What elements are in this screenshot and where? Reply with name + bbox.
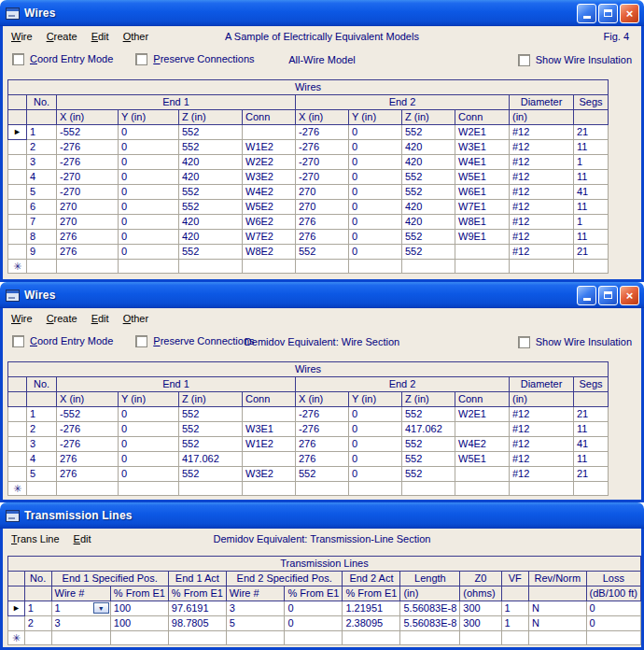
table-cell[interactable]: 11	[574, 230, 609, 245]
table-cell[interactable]: 4	[27, 170, 57, 185]
table-cell[interactable]	[402, 482, 455, 496]
table-cell[interactable]: N	[529, 616, 587, 631]
table-cell[interactable]: #12	[510, 407, 574, 422]
table-cell[interactable]: 2	[27, 422, 57, 437]
table-cell[interactable]: 0	[349, 467, 402, 482]
table-cell[interactable]: 0	[349, 215, 402, 230]
row-selector[interactable]	[8, 140, 27, 155]
table-cell[interactable]: -276	[57, 422, 119, 437]
close-button[interactable]: ×	[620, 286, 639, 305]
table-cell[interactable]: 0	[349, 230, 402, 245]
row-selector[interactable]	[8, 230, 27, 245]
table-cell[interactable]: 11	[574, 170, 609, 185]
table-cell[interactable]: 420	[179, 230, 243, 245]
menu-trans-line[interactable]: Trans Line	[11, 533, 60, 544]
table-cell[interactable]: 1▼	[51, 601, 110, 616]
table-cell[interactable]: 0	[349, 407, 402, 422]
table-cell[interactable]: 417.062	[402, 422, 455, 437]
table-cell[interactable]: W5E1	[455, 170, 510, 185]
current-row-selector[interactable]: ►	[8, 601, 25, 616]
row-selector[interactable]	[8, 452, 27, 467]
table-cell[interactable]: W4E1	[455, 155, 510, 170]
menu-other[interactable]: Other	[123, 31, 149, 42]
table-cell[interactable]: #12	[510, 215, 574, 230]
table-cell[interactable]	[574, 260, 609, 274]
table-cell[interactable]: 100	[110, 616, 168, 631]
table-cell[interactable]: 21	[574, 125, 609, 140]
table-cell[interactable]: 0	[119, 437, 179, 452]
table-cell[interactable]: 552	[179, 407, 243, 422]
table-cell[interactable]: 0	[349, 245, 402, 260]
table-cell[interactable]: 11	[574, 422, 609, 437]
checkbox-icon[interactable]	[135, 53, 147, 65]
table-cell[interactable]: 276	[296, 437, 349, 452]
menu-edit[interactable]: Edit	[74, 533, 91, 544]
table-cell[interactable]: 0	[119, 452, 179, 467]
table-cell[interactable]	[510, 482, 574, 496]
table-cell[interactable]: 0	[586, 601, 640, 616]
table-cell[interactable]: 276	[296, 452, 349, 467]
table-cell[interactable]: W5E2	[243, 200, 296, 215]
table-cell[interactable]	[455, 467, 510, 482]
row-selector[interactable]	[8, 437, 27, 452]
table-cell[interactable]: W3E2	[243, 170, 296, 185]
row-selector[interactable]	[8, 170, 27, 185]
table-cell[interactable]: 5	[27, 467, 57, 482]
table-cell[interactable]: 0	[349, 200, 402, 215]
table-cell[interactable]: 552	[296, 245, 349, 260]
table-cell[interactable]	[455, 260, 510, 274]
table-cell[interactable]: 0	[349, 452, 402, 467]
table-cell[interactable]: 0	[349, 437, 402, 452]
table-cell[interactable]: 1	[27, 125, 57, 140]
table-cell[interactable]: 100	[110, 601, 168, 616]
table-cell[interactable]: 3	[27, 155, 57, 170]
table-cell[interactable]: 552	[402, 230, 455, 245]
table-cell[interactable]: 21	[574, 467, 609, 482]
checkbox-preserve-connections[interactable]: Preserve Connections	[135, 53, 254, 65]
table-cell[interactable]: -276	[57, 155, 119, 170]
checkbox-icon[interactable]	[135, 335, 147, 347]
table-cell[interactable]	[57, 260, 119, 274]
table-cell[interactable]: 7	[27, 215, 57, 230]
table-cell[interactable]: W9E1	[455, 230, 510, 245]
table-cell[interactable]: -276	[296, 125, 349, 140]
table-cell[interactable]	[296, 482, 349, 496]
table-cell[interactable]	[243, 452, 296, 467]
table-cell[interactable]: -276	[296, 407, 349, 422]
table-cell[interactable]: 0	[119, 125, 179, 140]
table-cell[interactable]: 1	[27, 407, 57, 422]
table-cell[interactable]: 552	[402, 467, 455, 482]
table-cell[interactable]: #12	[510, 170, 574, 185]
titlebar[interactable]: Wires ×	[0, 0, 644, 26]
table-cell[interactable]	[586, 631, 640, 645]
table-cell[interactable]: 552	[402, 407, 455, 422]
titlebar[interactable]: Transmission Lines	[0, 502, 644, 529]
row-selector[interactable]	[8, 407, 27, 422]
current-row-selector[interactable]: ►	[8, 125, 27, 140]
table-cell[interactable]: 420	[179, 170, 243, 185]
table-cell[interactable]: 1	[24, 601, 51, 616]
table-cell[interactable]	[243, 125, 296, 140]
menu-edit[interactable]: Edit	[91, 31, 109, 42]
new-row-selector[interactable]: ✳	[8, 482, 27, 496]
table-cell[interactable]: #12	[510, 155, 574, 170]
table-cell[interactable]: 1	[501, 601, 529, 616]
table-cell[interactable]: 276	[57, 452, 119, 467]
table-cell[interactable]: 11	[574, 140, 609, 155]
table-cell[interactable]: 2	[27, 140, 57, 155]
table-cell[interactable]: 3	[51, 616, 110, 631]
new-row-selector[interactable]: ✳	[8, 260, 27, 274]
table-cell[interactable]: 3	[226, 601, 285, 616]
table-cell[interactable]: #12	[510, 125, 574, 140]
table-cell[interactable]: 270	[296, 200, 349, 215]
table-cell[interactable]	[119, 260, 179, 274]
table-cell[interactable]: 0	[119, 170, 179, 185]
table-cell[interactable]: -276	[296, 422, 349, 437]
table-cell[interactable]	[168, 631, 226, 645]
checkbox-preserve-connections[interactable]: Preserve Connections	[135, 335, 254, 347]
table-cell[interactable]: 552	[402, 185, 455, 200]
table-cell[interactable]: 552	[179, 467, 243, 482]
table-cell[interactable]: 0	[285, 601, 343, 616]
table-cell[interactable]: #12	[510, 200, 574, 215]
table-cell[interactable]: 276	[296, 215, 349, 230]
